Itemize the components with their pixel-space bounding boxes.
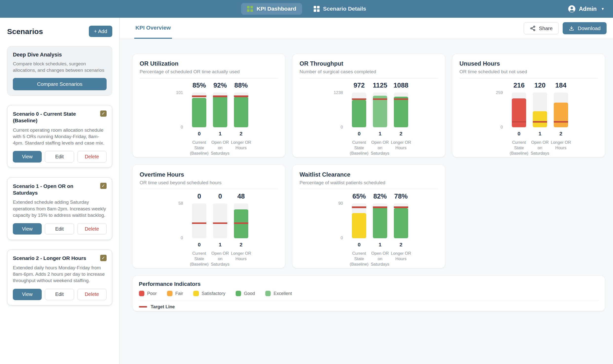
dashboard-grid-icon	[247, 6, 253, 12]
bar-fill	[234, 97, 248, 127]
bar-fill	[352, 100, 366, 127]
scenario-card-header: Scenario 1 - Open OR on Saturdays✓	[13, 183, 106, 196]
scenario-checkbox[interactable]: ✓	[100, 183, 107, 189]
chart-subtitle: OR time scheduled but not used	[460, 69, 598, 74]
y-axis: 12380	[329, 92, 345, 127]
chart-divider	[300, 189, 438, 189]
bar-track	[234, 92, 248, 127]
bar-group: 01Open OR on Saturdays	[213, 192, 227, 267]
category-label: 1	[538, 131, 541, 137]
category-label: 2	[240, 242, 243, 248]
download-button[interactable]: Download	[563, 22, 606, 35]
target-line	[234, 95, 248, 97]
dashboard-content: OR UtilizationPercentage of scheduled OR…	[120, 39, 613, 364]
category-sublabel: Longer OR Hours	[230, 140, 252, 151]
chart-card-unused-hours: Unused HoursOR time scheduled but not us…	[452, 54, 605, 158]
deep-dive-card: Deep Dive Analysis Compare block schedul…	[7, 46, 112, 96]
bar-group: 11251Open OR on Saturdays	[373, 81, 387, 156]
bar-track	[373, 92, 387, 127]
bar-group: 9720Current State (Baseline)	[352, 81, 366, 156]
y-axis-max-label: 58	[178, 201, 183, 206]
nav-tab-kpi-dashboard[interactable]: KPI Dashboard	[241, 3, 302, 15]
download-icon	[569, 25, 575, 31]
bar-track	[352, 203, 366, 238]
chart-card-waitlist-clearance: Waitlist ClearancePercentage of waitlist…	[292, 164, 445, 268]
y-axis: 900	[329, 203, 345, 238]
add-scenario-button[interactable]: + Add	[89, 26, 112, 37]
bar-fill	[192, 98, 206, 127]
scenario-actions: ViewEditDelete	[13, 289, 106, 300]
bar-fill	[394, 208, 408, 238]
target-line	[394, 98, 408, 100]
bar-value-label: 48	[237, 192, 245, 201]
bar-fill	[352, 213, 366, 238]
chart-title: Waitlist Clearance	[300, 171, 438, 178]
scenario-checkbox[interactable]: ✓	[100, 255, 107, 261]
category-label: 0	[198, 242, 201, 248]
chart-title: OR Utilization	[140, 60, 278, 67]
y-axis: 1010	[170, 92, 185, 127]
delete-button[interactable]: Delete	[77, 223, 107, 235]
top-navbar: KPI DashboardScenario Details Admin ▼	[0, 0, 613, 18]
nav-tabs: KPI DashboardScenario Details	[0, 3, 613, 15]
deep-dive-title: Deep Dive Analysis	[13, 52, 106, 58]
bar-track	[512, 92, 526, 127]
nav-tab-scenario-details[interactable]: Scenario Details	[308, 3, 372, 15]
edit-button[interactable]: Edit	[45, 223, 74, 235]
sidebar-title: Scenarios	[7, 27, 43, 36]
scenario-actions: ViewEditDelete	[13, 223, 106, 235]
category-label: 1	[219, 131, 222, 137]
legend-item-good: Good	[236, 291, 255, 296]
legend-label: Poor	[147, 291, 157, 296]
category-sublabel: Current State (Baseline)	[348, 251, 371, 267]
compare-scenarios-button[interactable]: Compare Scenarios	[13, 78, 106, 90]
edit-button[interactable]: Edit	[45, 289, 74, 300]
view-button[interactable]: View	[13, 223, 42, 235]
user-avatar-icon	[568, 5, 576, 13]
nav-tab-label: Scenario Details	[323, 6, 366, 12]
target-line	[234, 222, 248, 224]
target-line-label: Target Line	[151, 304, 175, 309]
bar-track	[394, 92, 408, 127]
bar-track	[234, 203, 248, 238]
category-label: 0	[198, 131, 201, 137]
delete-button[interactable]: Delete	[77, 289, 107, 300]
chart-subtitle: OR time used beyond scheduled hours	[140, 180, 278, 185]
category-label: 2	[240, 131, 243, 137]
user-menu[interactable]: Admin ▼	[568, 5, 605, 13]
y-axis: 2590	[489, 92, 505, 127]
view-button[interactable]: View	[13, 151, 42, 162]
tab-kpi-overview[interactable]: KPI Overview	[134, 18, 172, 39]
chart-title: Overtime Hours	[140, 171, 278, 178]
bar-value-label: 972	[353, 81, 364, 90]
edit-button[interactable]: Edit	[45, 151, 74, 162]
y-axis-min-label: 0	[341, 236, 343, 240]
scenario-checkbox[interactable]: ✓	[100, 110, 107, 117]
target-line	[533, 121, 547, 123]
bar-track	[192, 203, 206, 238]
chart-divider	[300, 78, 438, 78]
scenario-description: Extended daily hours Monday-Friday from …	[13, 265, 106, 284]
bar-fill	[213, 96, 227, 127]
share-button[interactable]: Share	[524, 22, 559, 35]
chart-divider	[140, 189, 278, 189]
category-sublabel: Current State (Baseline)	[508, 140, 531, 156]
scenario-card-header: Scenario 2 - Longer OR Hours✓	[13, 255, 106, 261]
legend-label: Fair	[175, 291, 183, 296]
chart-card-or-throughput: OR ThroughputNumber of surgical cases co…	[292, 54, 445, 158]
bar-track	[192, 92, 206, 127]
category-sublabel: Current State (Baseline)	[188, 140, 211, 156]
target-line	[352, 206, 366, 208]
view-button[interactable]: View	[13, 289, 42, 300]
delete-button[interactable]: Delete	[77, 151, 107, 162]
legend-swatch-excellent	[265, 291, 271, 296]
sidebar-header: Scenarios + Add	[7, 26, 112, 37]
scenario-card-2: Scenario 2 - Longer OR Hours✓Extended da…	[7, 250, 112, 306]
category-sublabel: Current State (Baseline)	[188, 251, 211, 267]
dashboard-grid-icon	[314, 6, 320, 12]
chart-divider	[460, 78, 598, 78]
bar-value-label: 82%	[373, 192, 387, 201]
category-sublabel: Longer OR Hours	[389, 140, 412, 151]
chart-card-or-utilization: OR UtilizationPercentage of scheduled OR…	[132, 54, 286, 158]
charts-grid: OR UtilizationPercentage of scheduled OR…	[132, 54, 607, 311]
